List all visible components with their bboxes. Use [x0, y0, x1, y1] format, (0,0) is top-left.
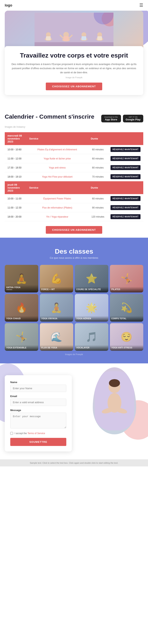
class-card[interactable]: 🧘 HATHA-YOGA classes: [5, 265, 38, 292]
calendar-section: Calendrier - Comment s'inscrire Download…: [0, 105, 148, 238]
class-service: Yoga anti-stress: [27, 163, 88, 172]
class-card[interactable]: 🔥 YOGA CHAUD: [5, 294, 38, 322]
class-duration: 60 minutes: [88, 145, 108, 154]
message-textarea[interactable]: [10, 413, 66, 428]
class-card[interactable]: 🎵 VOCALAYER: [75, 323, 108, 351]
header: logo ☰: [0, 0, 148, 11]
class-label: VOCALAYER: [76, 347, 107, 349]
class-time: 10:00 - 11:00: [5, 194, 27, 203]
reserve-button[interactable]: RÉSERVEZ MAINTENANT: [110, 174, 140, 179]
svg-point-20: [109, 379, 120, 387]
schedule-day-header: jeudi 09 novembre 2023 Service Durée: [5, 181, 143, 194]
name-label: Name: [10, 381, 66, 384]
schedule-class-row: 18:00 - 20:00 Yin / Yoga réparateur 120 …: [5, 212, 143, 221]
reserve-button[interactable]: RÉSERVEZ MAINTENANT: [110, 205, 140, 210]
schedule-class-row: 10:00 - 10:60 Pilates Éq d'alignement et…: [5, 145, 143, 154]
footer-note: Sample text. Click to select the text bo…: [30, 462, 118, 464]
classes-section: Des classes Ce que nous avons à offrir à…: [0, 238, 148, 364]
google-play-name: Google Play: [126, 118, 140, 121]
schedule-table: mercredi 08 novembre 2023 Service Durée …: [5, 132, 143, 221]
app-store-badge[interactable]: Download on the App Store: [101, 115, 121, 122]
class-duration: 70 minutes: [88, 172, 108, 181]
class-overlay: COURE DE SPÉCIALITÉ: [75, 287, 108, 292]
class-service: Flux de reformateur (Pilates): [27, 203, 88, 212]
class-overlay: PILATES: [110, 287, 143, 292]
calendar-title: Calendrier - Comment s'inscrire: [5, 113, 94, 120]
hero-cta-button[interactable]: CHOISISSEZ UN ABONNEMENT: [46, 82, 102, 90]
day-duration-header: Durée: [88, 181, 108, 194]
class-overlay: YOGA AÉRIEN: [75, 316, 108, 322]
class-card[interactable]: 😌 YOGA ANTI-STRESS: [110, 323, 143, 351]
class-card[interactable]: 🤸 PILATES: [110, 265, 143, 292]
terms-row: I accept the Terms of Service: [10, 432, 66, 435]
hero-description: Des milliers d'entreprises à travers l'E…: [10, 62, 138, 74]
class-overlay: YOGA CHAUD: [5, 316, 38, 322]
class-card[interactable]: 💪 FORCE + HIT: [40, 265, 73, 292]
classes-subtitle: Ce que nous avons à offrir à nos membres: [5, 256, 143, 259]
class-overlay: FLUX DE YOGA: [40, 345, 73, 351]
day-duration-header: Durée: [88, 132, 108, 145]
classes-grid: 🧘 HATHA-YOGA classes 💪 FORCE + HIT ⭐ COU…: [5, 265, 143, 351]
class-overlay: FORCE + HIT: [40, 287, 73, 292]
reserve-button[interactable]: RÉSERVEZ MAINTENANT: [110, 214, 140, 219]
class-service: Pilates Éq d'alignement et d'étirement: [27, 145, 88, 154]
day-date: mercredi 08 novembre 2023: [5, 132, 27, 145]
reserve-button[interactable]: RÉSERVEZ MAINTENANT: [110, 165, 140, 170]
class-label: YOGA ANTI-STRESS: [111, 347, 142, 349]
class-duration: 120 minutes: [88, 212, 108, 221]
reserve-button[interactable]: RÉSERVEZ MAINTENANT: [110, 147, 140, 152]
terms-checkbox[interactable]: [10, 432, 13, 435]
terms-link[interactable]: Terms of Service: [28, 432, 45, 435]
schedule-class-row: 10:00 - 11:00 Équipement Power Pilates 6…: [5, 194, 143, 203]
google-play-badge[interactable]: GET IT ON Google Play: [123, 115, 143, 122]
google-play-small: GET IT ON: [129, 116, 137, 118]
menu-icon[interactable]: ☰: [139, 3, 143, 8]
reserve-button[interactable]: RÉSERVEZ MAINTENANT: [110, 196, 140, 201]
calendar-cta-button[interactable]: CHOISISSEZ UN ABONNEMENT: [46, 226, 102, 234]
app-store-name: App Store: [105, 118, 117, 121]
name-input[interactable]: [10, 385, 66, 392]
class-time: 18:00 - 20:00: [5, 212, 27, 221]
calendar-header: Calendrier - Comment s'inscrire Download…: [5, 113, 143, 122]
class-card[interactable]: 🌊 FLUX DE YOGA: [40, 323, 73, 351]
class-label: FLUX DE YOGA: [41, 347, 72, 349]
class-service: Yoga Hot Flow pour débutant: [27, 172, 88, 181]
class-sublabel: classes: [6, 288, 37, 290]
app-badges: Download on the App Store GET IT ON Goog…: [101, 115, 143, 122]
class-card[interactable]: 🤸 YOGA EXTENSIBLE: [5, 323, 38, 351]
class-card[interactable]: 🌟 YOGA AÉRIEN: [75, 294, 108, 322]
class-label: COURE DE SPÉCIALITÉ: [76, 288, 107, 290]
class-service: Yin / Yoga réparateur: [27, 212, 88, 221]
class-reserve-cell: RÉSERVEZ MAINTENANT: [108, 163, 143, 172]
email-input[interactable]: [10, 399, 66, 406]
logo[interactable]: logo: [5, 3, 12, 8]
hero-title: Travaillez votre corps et votre esprit: [10, 52, 138, 59]
class-label: HATHA-YOGA: [6, 286, 37, 288]
reserve-button[interactable]: RÉSERVEZ MAINTENANT: [110, 156, 140, 161]
class-overlay: YOGA EXTENSIBLE: [5, 345, 38, 351]
class-overlay: CORPS TOTAL: [110, 316, 143, 322]
day-service-header: Service: [27, 181, 88, 194]
class-time: 11:00 - 12:00: [5, 154, 27, 163]
class-duration: 60 minutes: [88, 194, 108, 203]
class-reserve-cell: RÉSERVEZ MAINTENANT: [108, 203, 143, 212]
svg-rect-15: [97, 36, 102, 40]
class-card[interactable]: ⭐ COURE DE SPÉCIALITÉ: [75, 265, 108, 292]
class-card[interactable]: 🧘 YOGA VINYASA: [40, 294, 73, 322]
contact-person-illustration: [95, 371, 134, 430]
contact-person-image: [93, 367, 136, 434]
class-duration: 80 minutes: [88, 163, 108, 172]
class-card[interactable]: 💫 CORPS TOTAL: [110, 294, 143, 322]
day-service-header: Service: [27, 132, 88, 145]
footer: Sample text. Click to select the text bo…: [0, 459, 148, 466]
class-label: FORCE + HIT: [41, 288, 72, 290]
class-overlay: YOGA ANTI-STRESS: [110, 345, 143, 351]
contact-section: Name Email Message I accept the Terms of…: [0, 364, 148, 459]
class-time: 17:30 - 18:50: [5, 163, 27, 172]
terms-text: I accept the Terms of Service: [15, 432, 45, 435]
hero-card: Travaillez votre corps et votre esprit D…: [5, 46, 143, 95]
calendar-cta-wrap: CHOISISSEZ UN ABONNEMENT: [5, 226, 143, 234]
calendar-title-block: Calendrier - Comment s'inscrire: [5, 113, 94, 120]
submit-button[interactable]: SOUMETTRE: [10, 438, 66, 446]
day-action-header: [108, 132, 143, 145]
